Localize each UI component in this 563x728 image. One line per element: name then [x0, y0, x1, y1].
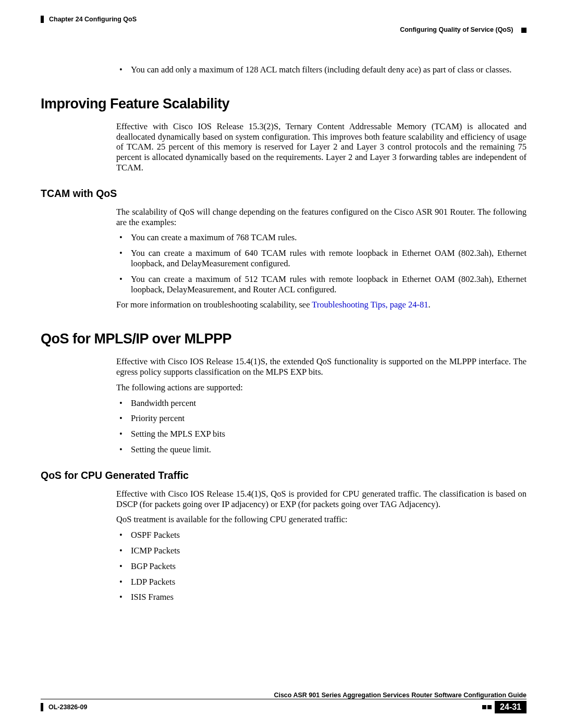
heading-qos-mpls-ip-mlppp: QoS for MPLS/IP over MLPPP: [41, 331, 527, 347]
list-item: OSPF Packets: [116, 530, 527, 540]
heading-tcam-with-qos: TCAM with QoS: [41, 188, 527, 200]
text-post: .: [428, 300, 430, 310]
list-item: You can create a maximum of 640 TCAM rul…: [116, 248, 527, 269]
page-container: Chapter 24 Configuring QoS Configuring Q…: [0, 0, 563, 602]
header-chapter-row: Chapter 24 Configuring QoS: [41, 16, 527, 23]
footer-guide-title: Cisco ASR 901 Series Aggregation Service…: [41, 692, 527, 699]
paragraph: QoS treatment is available for the follo…: [116, 514, 527, 525]
chapter-label: Chapter 24 Configuring QoS: [49, 16, 137, 23]
page-number-badge: 24-31: [495, 701, 527, 713]
guide-text: Cisco ASR 901 Series Aggregation Service…: [274, 692, 527, 699]
footer-left: OL-23826-09: [41, 703, 87, 711]
heading-qos-cpu-traffic: QoS for CPU Generated Traffic: [41, 470, 527, 482]
list-item: Bandwidth percent: [116, 398, 527, 409]
footer-bar-icon: [41, 703, 43, 711]
list-item: Setting the MPLS EXP bits: [116, 429, 527, 439]
list-item: ICMP Packets: [116, 546, 527, 556]
list-item: Priority percent: [116, 413, 527, 424]
paragraph: The scalability of QoS will change depen…: [116, 207, 527, 228]
list-item: ISIS Frames: [116, 592, 527, 602]
list-item: You can create a maximum of 768 TCAM rul…: [116, 232, 527, 243]
paragraph-with-link: For more information on troubleshooting …: [116, 300, 527, 310]
header-section-row: Configuring Quality of Service (QoS): [41, 26, 527, 33]
footer: Cisco ASR 901 Series Aggregation Service…: [41, 692, 527, 713]
list-item: LDP Packets: [116, 577, 527, 587]
header-square-icon: [521, 28, 527, 33]
paragraph: Effective with Cisco IOS Release 15.3(2)…: [116, 121, 527, 173]
tcam-bullet-list: You can create a maximum of 768 TCAM rul…: [116, 232, 527, 294]
section-label: Configuring Quality of Service (QoS): [400, 26, 513, 33]
footer-square-icon: [482, 705, 486, 709]
heading-improving-feature-scalability: Improving Feature Scalability: [41, 96, 527, 112]
text-pre: For more information on troubleshooting …: [116, 300, 312, 310]
list-item: BGP Packets: [116, 561, 527, 572]
troubleshooting-link[interactable]: Troubleshooting Tips, page 24-81: [312, 300, 428, 310]
paragraph: The following actions are supported:: [116, 382, 527, 393]
cpu-traffic-bullet-list: OSPF Packets ICMP Packets BGP Packets LD…: [116, 530, 527, 602]
paragraph: Effective with Cisco IOS Release 15.4(1)…: [116, 489, 527, 510]
list-item: You can add only a maximum of 128 ACL ma…: [116, 65, 527, 75]
header-bar-icon: [41, 16, 44, 23]
list-item: Setting the queue limit.: [116, 445, 527, 455]
intro-bullet-list: You can add only a maximum of 128 ACL ma…: [116, 65, 527, 75]
footer-square-icon: [487, 705, 492, 709]
actions-bullet-list: Bandwidth percent Priority percent Setti…: [116, 398, 527, 455]
doc-id: OL-23826-09: [48, 704, 87, 711]
footer-right: 24-31: [482, 701, 527, 713]
footer-bar-row: OL-23826-09 24-31: [41, 701, 527, 713]
footer-rule: [41, 699, 527, 699]
paragraph: Effective with Cisco IOS Release 15.4(1)…: [116, 356, 527, 377]
list-item: You can create a maximum of 512 TCAM rul…: [116, 274, 527, 295]
